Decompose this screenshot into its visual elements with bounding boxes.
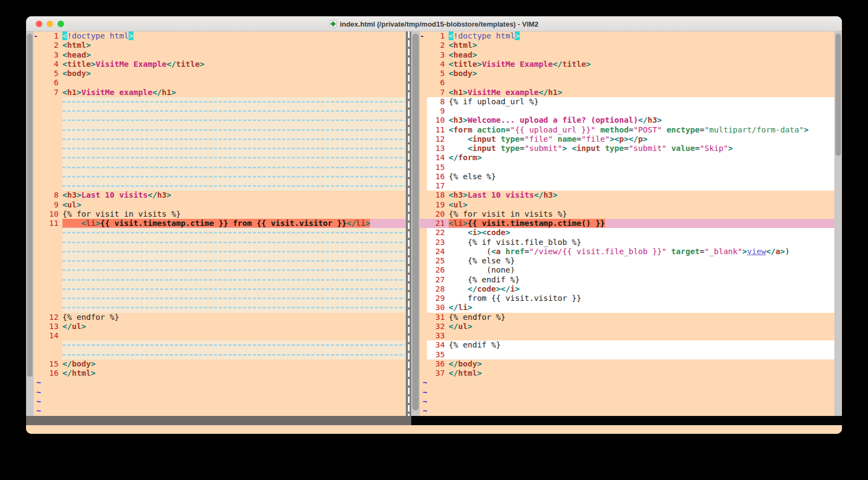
line-number: 20 [427,210,449,219]
code-line[interactable]: 19<ul> [420,200,842,210]
statusline-inactive: mod0-baseline/index.html [26,416,411,425]
code-line[interactable]: 7<h1>VisitMe example</h1> [420,88,842,97]
code-line[interactable]: 17 [420,181,842,191]
code-line[interactable]: 8{% if upload_url %} [420,97,842,106]
code-line[interactable]: 35 [420,350,842,359]
code-line[interactable]: 6 [420,78,842,87]
code-line[interactable]: 12 <input type="file" name="file"><p></p… [420,135,842,144]
syntax-segment: < [62,191,67,199]
code-line[interactable]: 16{% else %} [420,172,842,181]
code-line[interactable]: 4<title>VisitMe Example</title> [420,60,842,69]
middle-scrollbar[interactable] [411,31,420,416]
code-line[interactable]: 21<li>{{ visit.timestamp.ctime() }} [420,219,842,228]
line-number [41,303,62,312]
code-line[interactable]: 23 {% if visit.file_blob %} [420,238,842,247]
code-line[interactable]: 20{% for visit in visits %} [420,210,842,219]
code-line[interactable]: 33 [420,331,842,340]
syntax-segment: Last 10 visits [81,191,148,199]
code-line[interactable]: 27 {% endif %} [420,275,842,285]
syntax-segment: = [624,144,629,153]
code-line[interactable]: 5<body> [34,69,406,78]
code-line[interactable]: 10<h3>Welcome... upload a file? (optiona… [420,116,842,125]
code-line[interactable]: 11 <li>{{ visit.timestamp.ctime }} from … [34,219,406,228]
code-line[interactable]: 11<form action="{{ upload_url }}" method… [420,125,842,135]
right-scrollbar-thumb[interactable] [835,34,841,156]
middle-scrollbar-thumb[interactable] [412,34,419,410]
code-text: <h3>Last 10 visits</h3> [449,191,842,200]
code-line[interactable]: 3<head> [420,50,842,60]
code-line[interactable]: 16</html> [34,369,406,378]
code-line[interactable]: 3<head> [34,50,406,60]
line-number: 25 [427,256,449,266]
syntax-segment: "file" [525,135,553,143]
code-line[interactable]: 5<body> [420,69,842,78]
code-line[interactable]: 22 <i><code> [420,228,842,237]
code-line[interactable]: 28 </code></i> [420,285,842,294]
code-line[interactable]: 32</ul> [420,322,842,331]
window-separator[interactable] [406,31,411,416]
line-number [41,285,62,294]
syntax-segment: li [86,219,95,228]
syntax-segment: > [463,116,468,124]
diff-pane-left[interactable]: -1<!doctype html>2<html>3<head>4<title>V… [34,31,406,416]
code-text: <!doctype html> [449,31,842,41]
filler-dashes [62,350,406,359]
code-line[interactable]: 13 <input type="submit"> <input type="su… [420,144,842,153]
code-line[interactable]: 8<h3>Last 10 visits</h3> [34,191,406,200]
code-line[interactable]: 7<h1>VisitMe example</h1> [34,88,406,97]
filler-dashes [62,116,406,125]
code-line[interactable]: 14</form> [420,153,842,162]
code-line[interactable]: 26 (none) [420,266,842,275]
syntax-segment: > [463,88,468,97]
syntax-segment: html [67,41,86,49]
code-line[interactable]: 25 {% else %} [420,256,842,266]
code-line[interactable]: 34{% endif %} [420,340,842,350]
left-scrollbar[interactable] [26,31,34,416]
diff-pane-right[interactable]: -1<!doctype html>2<html>3<head>4<title>V… [420,31,842,416]
code-line[interactable]: 14 [34,331,406,340]
filler-line [34,285,406,294]
syntax-segment: > [742,247,747,256]
code-line[interactable]: 9<ul> [34,200,406,210]
code-line[interactable]: 6 [34,78,406,87]
filler-dash-pattern [62,251,405,252]
code-line[interactable]: -1<!doctype html> [420,31,842,41]
code-line[interactable]: 37</html> [420,369,842,378]
vim-window: index.html (/private/tmp/mod15-blobstore… [26,16,842,434]
code-line[interactable]: 2<html> [34,41,406,50]
fold-column [34,228,41,237]
code-line[interactable]: 36</body> [420,359,842,369]
code-text: </li> [449,303,842,312]
syntax-segment: ) [785,247,790,256]
command-line[interactable] [26,425,842,434]
code-line[interactable]: 24 (<a href="/view/{{ visit.file_blob }}… [420,247,842,256]
code-line[interactable]: 15 [420,163,842,172]
fold-column [420,238,427,247]
code-line[interactable]: 29 from {{ visit.visitor }} [420,294,842,303]
line-number: 24 [427,247,449,256]
tilde-line: ~ [34,397,406,406]
code-line[interactable]: -1<!doctype html> [34,31,406,41]
syntax-segment: < [572,144,577,153]
syntax-segment: < [449,88,454,97]
code-line[interactable]: 30</li> [420,303,842,312]
code-line[interactable]: 18<h3>Last 10 visits</h3> [420,191,842,200]
code-line[interactable]: 4<title>VisitMe Example</title> [34,60,406,69]
syntax-segment: input [577,144,601,153]
right-scrollbar[interactable] [834,31,842,416]
title-bar[interactable]: index.html (/private/tmp/mod15-blobstore… [26,16,842,31]
code-text [449,106,842,116]
code-line[interactable]: 15</body> [34,359,406,369]
fold-column [34,163,41,172]
code-line[interactable]: 31{% endfor %} [420,313,842,322]
code-line[interactable]: 9 [420,106,842,116]
code-line[interactable]: 2<html> [420,41,842,50]
syntax-segment: input [473,144,496,153]
syntax-segment: h3 [157,191,167,199]
code-line[interactable]: 13</ul> [34,322,406,331]
code-line[interactable]: 10{% for visit in visits %} [34,210,406,219]
syntax-segment: body [458,359,477,368]
left-scrollbar-thumb[interactable] [27,34,33,377]
code-text: <h3>Welcome... upload a file? (optional)… [449,116,842,125]
code-line[interactable]: 12{% endfor %} [34,313,406,322]
